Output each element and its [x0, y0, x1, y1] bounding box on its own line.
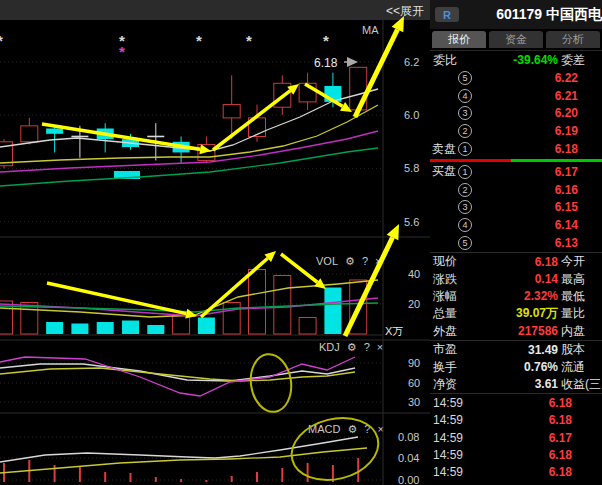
bid-price[interactable]: 6.16 [472, 183, 602, 197]
axis-label: 5.6 [404, 216, 419, 228]
vol-pane-title: VOL [316, 256, 338, 267]
gear-icon[interactable]: ⚙ [347, 342, 357, 353]
stat-label: 现价 [433, 253, 457, 270]
breakout-up-2 [345, 238, 392, 336]
bid-price[interactable]: 6.14 [472, 218, 602, 232]
stat-label: 总量 [433, 305, 457, 322]
level-badge: 4 [458, 218, 472, 232]
vol-trend-down-head [185, 309, 197, 319]
stat-rlabel: 量比 [558, 305, 602, 322]
macd-dea [0, 448, 367, 473]
axis-label: 30 [408, 396, 420, 408]
volume-bar [299, 318, 316, 335]
ask-price[interactable]: 6.21 [472, 89, 602, 103]
stat-rlabel: 股本 [558, 341, 602, 358]
stat-value: 31.49 [457, 343, 558, 357]
volume-bar [274, 276, 291, 335]
bid-row[interactable]: 3 6.15 [430, 199, 602, 217]
tab-funds[interactable]: 资金 [489, 31, 543, 48]
bid-row[interactable]: 5 6.13 [430, 234, 602, 252]
axis-label: 60 [408, 377, 420, 389]
stat-row-outer: 外盘 217586 内盘 [430, 323, 602, 341]
ma-white [0, 89, 378, 151]
help-icon[interactable]: ? [362, 256, 368, 267]
trend-up-1-head [287, 84, 299, 95]
ask-price[interactable]: 6.18 [472, 142, 602, 156]
vol-ma-yellow [0, 280, 378, 317]
tick-row: 14:59 6.18 [430, 481, 602, 485]
tick-time: 14:59 [433, 413, 493, 427]
tick-row: 14:59 6.18 [430, 411, 602, 428]
bid-price[interactable]: 6.17 [472, 165, 602, 179]
weibi-row: 委比 -39.64% 委差 [430, 50, 602, 69]
ma-green [0, 148, 378, 186]
ask-row[interactable]: 2 6.19 [430, 122, 602, 140]
ask-row[interactable]: 3 6.20 [430, 105, 602, 123]
stat-label: 涨幅 [433, 288, 457, 305]
stat-value: 6.18 [457, 255, 558, 269]
ask-row[interactable]: 卖盘 1 6.18 [430, 140, 602, 158]
ratio-green-segment [511, 159, 602, 162]
tick-time: 14:59 [433, 448, 493, 462]
candle-body-up [21, 126, 38, 142]
trend-up-1 [213, 91, 290, 150]
close-icon[interactable]: × [375, 256, 381, 267]
stat-rlabel: 今开 [558, 253, 602, 270]
ma-magenta [0, 131, 378, 172]
bid-price[interactable]: 6.13 [472, 236, 602, 250]
candle-body-up [350, 67, 367, 110]
macd-dif [0, 437, 358, 462]
ask-price[interactable]: 6.19 [472, 124, 602, 138]
ma-yellow [0, 105, 378, 163]
quote-panel: R 601179 中国西电 报价 资金 分析 委比 -39.64% 委差 5 6… [430, 0, 602, 485]
ask-row[interactable]: 5 6.22 [430, 69, 602, 87]
stat-value: 3.61 [457, 377, 558, 391]
breakout-up-1 [355, 29, 397, 117]
expand-button[interactable]: <<展开 [386, 3, 424, 20]
weicha-label: 委差 [558, 52, 602, 69]
help-icon[interactable]: ? [364, 424, 370, 435]
side-label: 卖盘 [430, 141, 458, 158]
close-icon[interactable]: × [377, 342, 383, 353]
tab-quote[interactable]: 报价 [432, 31, 486, 48]
gear-icon[interactable]: ⚙ [347, 424, 357, 435]
candle-body-up [249, 118, 266, 137]
volume-bar [0, 301, 13, 334]
time-sales-list: 14:59 6.18 14:59 6.18 14:59 6.17 14:59 6… [430, 394, 602, 485]
tick-row: 14:59 6.17 [430, 429, 602, 446]
vol-pane-label: VOL ⚙ ? × [316, 256, 381, 267]
stat-rlabel: 收益(三 [558, 376, 602, 393]
level-badge: 5 [458, 71, 472, 85]
stat-row-turnover: 换手 0.76% 流通 [430, 358, 602, 375]
candle-body-up [0, 142, 13, 166]
ask-price[interactable]: 6.20 [472, 106, 602, 120]
tick-time: 14:59 [433, 396, 493, 410]
vol-trend-down [47, 283, 186, 314]
bid-price[interactable]: 6.15 [472, 200, 602, 214]
bid-row[interactable]: 买盘 1 6.17 [430, 163, 602, 181]
ma-legend-label: MA [362, 24, 379, 36]
tick-price: 6.18 [493, 396, 602, 410]
stat-label: 净资 [433, 376, 457, 393]
ask-row[interactable]: 4 6.21 [430, 87, 602, 105]
help-icon[interactable]: ? [364, 342, 370, 353]
stat-value: 2.32% [457, 289, 558, 303]
vol-trend-up-head [264, 251, 276, 262]
tick-price: 6.18 [493, 448, 602, 462]
axis-label: 5.8 [404, 162, 419, 174]
gear-icon[interactable]: ⚙ [345, 256, 355, 267]
stat-value: 0.14 [457, 272, 558, 286]
quote-header: R 601179 中国西电 [430, 0, 602, 29]
tick-row: 14:59 6.18 [430, 464, 602, 481]
side-label: 买盘 [430, 163, 458, 180]
volume-bar [350, 280, 367, 334]
bid-row[interactable]: 4 6.14 [430, 216, 602, 234]
bid-row[interactable]: 2 6.16 [430, 181, 602, 199]
stat-rlabel: 最高 [558, 271, 602, 288]
tab-analysis[interactable]: 分析 [546, 31, 600, 48]
volume-bar [122, 321, 139, 335]
kdj-j [0, 357, 355, 396]
close-icon[interactable]: × [377, 424, 383, 435]
stock-chart-canvas[interactable]: 6.26.05.85.64020X万9060300.080.040.00****… [0, 0, 430, 485]
ask-price[interactable]: 6.22 [472, 71, 602, 85]
